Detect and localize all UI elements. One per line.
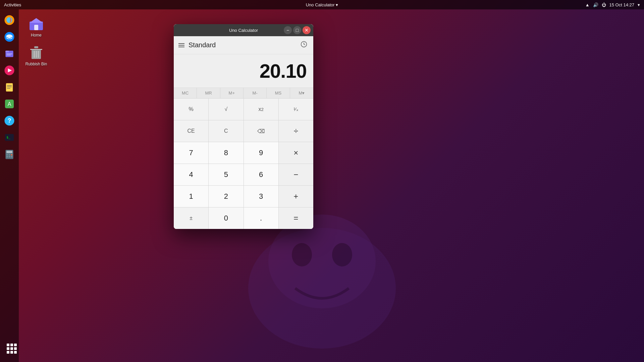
dock-icon-rhythmbox[interactable]	[2, 63, 17, 78]
power-icon: ⏻	[602, 2, 606, 7]
percent-button[interactable]: %	[174, 99, 208, 120]
backspace-button[interactable]: ⌫	[244, 120, 278, 142]
dock-icon-help[interactable]: ?	[2, 113, 17, 128]
display-value: 20.10	[260, 60, 307, 82]
maximize-button[interactable]: □	[293, 26, 301, 34]
activities-button[interactable]: Activities	[4, 2, 21, 7]
nine-button[interactable]: 9	[244, 142, 278, 164]
svg-text:$_: $_	[6, 135, 10, 139]
reciprocal-button[interactable]: ¹∕ₓ	[279, 99, 313, 120]
memory-store-button[interactable]: MS	[267, 88, 290, 98]
multiply-button[interactable]: ×	[279, 142, 313, 164]
subtract-button[interactable]: −	[279, 164, 313, 185]
svg-rect-34	[30, 49, 42, 50]
decimal-button[interactable]: .	[244, 207, 278, 229]
rubbish-bin-icon	[28, 44, 44, 60]
desktop-icons-area: Home Rubbish Bin	[23, 13, 50, 68]
equals-button[interactable]: =	[279, 207, 313, 229]
svg-rect-30	[34, 25, 38, 30]
add-button[interactable]: +	[279, 186, 313, 207]
close-button[interactable]: ✕	[303, 26, 311, 34]
sign-button[interactable]: ±	[174, 207, 208, 229]
svg-rect-26	[9, 156, 10, 158]
dock-icon-terminal[interactable]: $_	[2, 130, 17, 145]
taskbar-center: Uno Calculator ▾	[306, 2, 338, 7]
history-button[interactable]	[299, 40, 309, 51]
svg-text:A: A	[8, 101, 11, 107]
svg-rect-6	[6, 54, 12, 54]
active-app-name[interactable]: Uno Calculator	[306, 2, 335, 7]
calculator-button-grid: % √ x2 ¹∕ₓ CE C ⌫ ÷ 7 8 9 × 4 5 6 − 1 2 …	[174, 98, 313, 229]
dock-icon-files[interactable]	[2, 46, 17, 61]
app-grid-button[interactable]	[5, 342, 18, 355]
svg-rect-24	[11, 154, 12, 156]
svg-marker-29	[30, 18, 43, 23]
clear-button[interactable]: C	[209, 120, 243, 142]
memory-add-button[interactable]: M+	[220, 88, 244, 98]
hamburger-menu-button[interactable]	[178, 43, 184, 47]
titlebar-controls: − □ ✕	[284, 26, 311, 34]
memory-subtract-button[interactable]: M-	[244, 88, 267, 98]
svg-rect-12	[7, 87, 12, 87]
dock-icon-firefox[interactable]	[2, 13, 17, 27]
sqrt-button[interactable]: √	[209, 99, 243, 120]
svg-rect-21	[6, 151, 12, 153]
calculator-mode-title: Standard	[189, 41, 295, 49]
four-button[interactable]: 4	[174, 164, 208, 185]
ce-button[interactable]: CE	[174, 120, 208, 142]
svg-rect-27	[11, 156, 12, 158]
home-folder-icon	[28, 15, 44, 32]
calculator-window-title: Uno Calculator	[229, 28, 258, 33]
desktop-icon-rubbish-bin[interactable]: Rubbish Bin	[23, 42, 50, 68]
taskbar-right: ▲ 🔊 ⏻ 15 Oct 14:27 ▾	[585, 2, 640, 7]
home-icon-label: Home	[31, 33, 42, 38]
seven-button[interactable]: 7	[174, 142, 208, 164]
desktop-icon-home[interactable]: Home	[23, 13, 50, 40]
five-button[interactable]: 5	[209, 164, 243, 185]
svg-point-1	[6, 17, 12, 23]
svg-rect-23	[9, 154, 10, 156]
svg-rect-25	[6, 156, 8, 158]
calculator-titlebar: Uno Calculator − □ ✕	[174, 24, 313, 36]
divide-button[interactable]: ÷	[279, 120, 313, 142]
calculator-display: 20.10	[174, 54, 313, 87]
six-button[interactable]: 6	[244, 164, 278, 185]
datetime-display[interactable]: 15 Oct 14:27	[609, 2, 634, 7]
eight-button[interactable]: 8	[209, 142, 243, 164]
svg-rect-10	[6, 83, 13, 92]
svg-rect-22	[6, 154, 8, 156]
memory-clear-button[interactable]: MC	[174, 88, 197, 98]
taskbar-left: Activities	[4, 2, 21, 7]
volume-icon: 🔊	[593, 2, 598, 7]
svg-point-40	[292, 243, 312, 266]
memory-row: MC MR M+ M- MS M▾	[174, 87, 313, 98]
app-dropdown-arrow[interactable]: ▾	[336, 2, 338, 7]
svg-rect-13	[7, 88, 10, 88]
rubbish-bin-label: Rubbish Bin	[25, 62, 47, 66]
memory-dropdown-button[interactable]: M▾	[290, 88, 313, 98]
taskbar: Activities Uno Calculator ▾ ▲ 🔊 ⏻ 15 Oct…	[0, 0, 644, 9]
square-button[interactable]: x2	[244, 99, 278, 120]
zero-button[interactable]: 0	[209, 207, 243, 229]
calculator-window: Uno Calculator − □ ✕ Standard 20.10 MC M…	[174, 24, 313, 229]
dock-icon-notes[interactable]	[2, 80, 17, 95]
memory-recall-button[interactable]: MR	[197, 88, 220, 98]
dock-icon-software[interactable]: A	[2, 97, 17, 111]
wifi-icon: ▲	[585, 2, 590, 7]
application-dock: A ? $_	[0, 9, 19, 362]
svg-rect-5	[5, 51, 9, 52]
two-button[interactable]: 2	[209, 186, 243, 207]
svg-text:?: ?	[8, 117, 11, 124]
minimize-button[interactable]: −	[284, 26, 292, 34]
three-button[interactable]: 3	[244, 186, 278, 207]
svg-rect-11	[7, 85, 12, 85]
one-button[interactable]: 1	[174, 186, 208, 207]
svg-point-41	[332, 243, 352, 266]
dock-icon-calculator[interactable]	[2, 147, 17, 162]
svg-rect-7	[6, 55, 11, 55]
svg-rect-33	[34, 46, 38, 48]
dock-icon-thunderbird[interactable]	[2, 29, 17, 44]
calculator-header: Standard	[174, 36, 313, 54]
grid-dots-icon	[7, 344, 17, 354]
system-menu-arrow[interactable]: ▾	[638, 2, 640, 7]
